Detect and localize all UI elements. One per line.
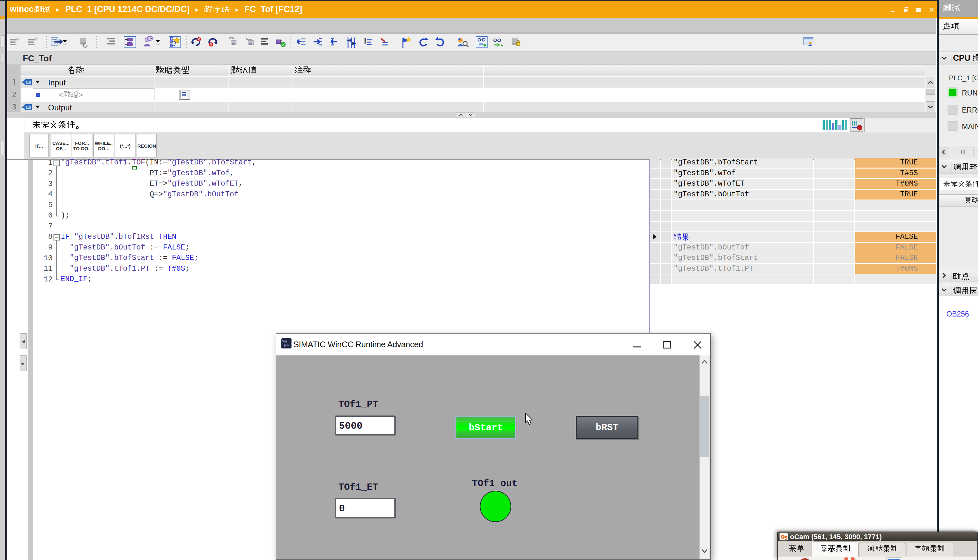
svg-text:RA: RA bbox=[284, 343, 289, 348]
svg-text:Vin: Vin bbox=[282, 339, 287, 343]
